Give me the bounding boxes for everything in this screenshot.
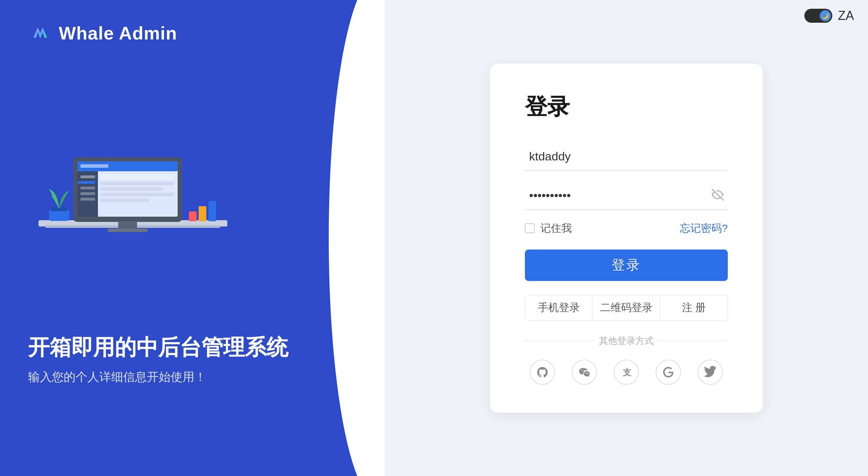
twitter-login-icon[interactable] bbox=[698, 360, 723, 385]
svg-rect-16 bbox=[100, 193, 174, 196]
moon-icon: 🌙 bbox=[822, 13, 829, 19]
tab-qrcode-login[interactable]: 二维码登录 bbox=[593, 295, 660, 320]
username-group bbox=[525, 143, 728, 171]
svg-rect-11 bbox=[80, 192, 95, 195]
svg-rect-8 bbox=[80, 175, 95, 178]
remember-me-label[interactable]: 记住我 bbox=[525, 221, 572, 236]
svg-rect-12 bbox=[80, 198, 95, 201]
login-button[interactable]: 登录 bbox=[525, 250, 728, 281]
language-toggle[interactable]: ZA bbox=[838, 8, 854, 23]
svg-rect-24 bbox=[199, 206, 206, 221]
svg-rect-10 bbox=[80, 187, 95, 189]
svg-rect-20 bbox=[108, 229, 148, 232]
toggle-knob: 🌙 bbox=[820, 10, 831, 21]
tab-register[interactable]: 注 册 bbox=[660, 295, 727, 320]
svg-rect-13 bbox=[100, 174, 174, 180]
top-right-controls: 🌙 ZA bbox=[804, 8, 854, 23]
svg-rect-21 bbox=[49, 210, 69, 221]
tagline-sub: 输入您的个人详细信息开始使用！ bbox=[28, 369, 288, 385]
svg-rect-15 bbox=[100, 187, 163, 191]
svg-point-18 bbox=[78, 181, 80, 184]
remember-checkbox[interactable] bbox=[525, 223, 535, 233]
svg-text:支: 支 bbox=[622, 368, 632, 377]
hero-illustration bbox=[28, 87, 238, 255]
login-title: 登录 bbox=[525, 92, 728, 122]
alt-login-tabs: 手机登录 二维码登录 注 册 bbox=[525, 295, 728, 321]
tagline-main: 开箱即用的中后台管理系统 bbox=[28, 333, 288, 362]
remember-label: 记住我 bbox=[540, 221, 572, 236]
app-logo bbox=[28, 21, 52, 45]
github-login-icon[interactable] bbox=[530, 360, 555, 385]
wechat-login-icon[interactable] bbox=[572, 360, 597, 385]
social-icons-row: 支 bbox=[525, 360, 728, 385]
app-header: Whale Admin bbox=[28, 21, 177, 45]
svg-rect-6 bbox=[80, 164, 108, 168]
svg-rect-17 bbox=[100, 199, 149, 202]
svg-rect-14 bbox=[100, 182, 174, 185]
svg-rect-23 bbox=[189, 211, 197, 221]
right-panel: 🌙 ZA 登录 bbox=[385, 0, 868, 476]
form-options: 记住我 忘记密码? bbox=[525, 221, 728, 236]
toggle-password-icon[interactable] bbox=[712, 189, 724, 203]
left-panel: Whale Admin bbox=[0, 0, 385, 476]
dark-mode-toggle[interactable]: 🌙 bbox=[804, 9, 832, 23]
svg-rect-22 bbox=[51, 208, 67, 211]
google-login-icon[interactable] bbox=[656, 360, 681, 385]
password-input[interactable] bbox=[525, 182, 728, 210]
tab-phone-login[interactable]: 手机登录 bbox=[525, 295, 593, 320]
svg-rect-9 bbox=[80, 181, 95, 184]
username-input[interactable] bbox=[525, 143, 728, 171]
login-card: 登录 记住我 bbox=[490, 64, 763, 413]
password-group bbox=[525, 182, 728, 210]
password-wrapper bbox=[525, 182, 728, 210]
app-title: Whale Admin bbox=[59, 23, 177, 44]
svg-rect-25 bbox=[208, 201, 216, 221]
social-divider: 其他登录方式 bbox=[525, 335, 728, 347]
tagline: 开箱即用的中后台管理系统 输入您的个人详细信息开始使用！ bbox=[28, 333, 288, 385]
alipay-login-icon[interactable]: 支 bbox=[614, 360, 639, 385]
forgot-password-link[interactable]: 忘记密码? bbox=[680, 221, 728, 236]
